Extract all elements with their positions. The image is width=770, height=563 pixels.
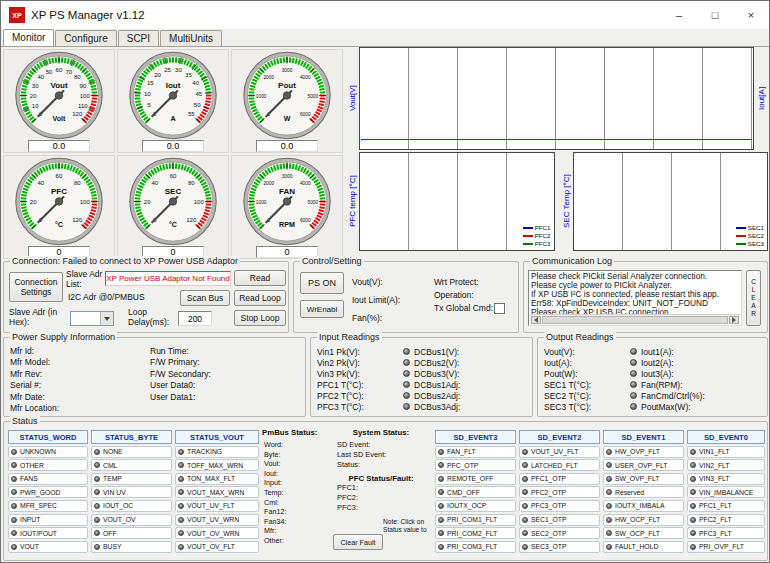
clear-fault-button[interactable]: Clear Fault [333, 534, 383, 550]
status-led [94, 462, 100, 468]
status-item-sec1-otp[interactable]: SEC1_OTP [519, 514, 600, 526]
status-item-pfc3-otp[interactable]: PFC3_OTP [519, 500, 600, 512]
status-item-vin-uv[interactable]: VIN UV [91, 486, 172, 498]
status-led [11, 517, 17, 523]
status-item-fan-flt[interactable]: FAN_FLT [435, 446, 516, 458]
status-item-input[interactable]: INPUT [8, 514, 88, 526]
status-item-vin2-flt[interactable]: VIN2_FLT [687, 459, 765, 471]
status-item-iout-oc[interactable]: IOUT_OC [91, 500, 172, 512]
status-item-off[interactable]: OFF [91, 527, 172, 539]
status-item-hw-ovp-flt[interactable]: HW_OVP_FLT [603, 446, 684, 458]
status-item-vout-ov-wrn[interactable]: VOUT_OV_WRN [175, 527, 259, 539]
svg-text:25: 25 [164, 67, 171, 73]
scroll-thumb[interactable] [542, 316, 728, 324]
status-item-user-ovp-flt[interactable]: USER_OVP_FLT [603, 459, 684, 471]
status-item-remote-off[interactable]: REMOTE_OFF [435, 473, 516, 485]
gauge-display-iout: 0.0 [142, 140, 204, 152]
stop-loop-button[interactable]: Stop Loop [234, 310, 286, 326]
status-item-vin3-flt[interactable]: VIN3_FLT [687, 473, 765, 485]
status-item-pfc-otp[interactable]: PFC_OTP [435, 459, 516, 471]
status-item-vout-ov[interactable]: VOUT_OV [91, 514, 172, 526]
close-button[interactable]: × [733, 1, 769, 29]
status-item-ioutx-ocp[interactable]: IOUTX_OCP [435, 500, 516, 512]
status-item-pri-com2-flt[interactable]: PRI_COM2_FLT [435, 527, 516, 539]
status-item-ioutx-imbala[interactable]: IOUTX_IMBALA [603, 500, 684, 512]
read-loop-button[interactable]: Read Loop [234, 290, 286, 306]
svg-text:100: 100 [80, 199, 91, 205]
status-item-hw-ocp-flt[interactable]: HW_OCP_FLT [603, 514, 684, 526]
status-header-status-byte[interactable]: STATUS_BYTE [91, 430, 172, 444]
tab-scpi[interactable]: SCPI [118, 30, 159, 46]
status-item-sec3-otp[interactable]: SEC3_OTP [519, 541, 600, 553]
status-item-pfc1-flt[interactable]: PFC1_FLT [687, 500, 765, 512]
status-item-ton-max-flt[interactable]: TON_MAX_FLT [175, 473, 259, 485]
status-header-sd-event0[interactable]: SD_EVENT0 [687, 430, 765, 444]
status-item-pri-ovp-flt[interactable]: PRI_OVP_FLT [687, 541, 765, 553]
psu-field-label: F/W Secondary: [150, 369, 211, 380]
read-button[interactable]: Read [234, 270, 286, 286]
status-item-fans[interactable]: FANS [8, 473, 88, 485]
svg-text:10: 10 [32, 103, 39, 109]
log-scrollbar[interactable] [530, 314, 740, 324]
status-item-pfc2-flt[interactable]: PFC2_FLT [687, 514, 765, 526]
status-header-status-vout[interactable]: STATUS_VOUT [175, 430, 259, 444]
status-item-temp[interactable]: TEMP [91, 473, 172, 485]
status-header-sd-event3[interactable]: SD_EVENT3 [435, 430, 516, 444]
status-item-unknown[interactable]: UNKNOWN [8, 446, 88, 458]
status-item-none[interactable]: NONE [91, 446, 172, 458]
status-item-sw-ocp-flt[interactable]: SW_OCP_FLT [603, 527, 684, 539]
status-item-pfc1-otp[interactable]: PFC1_OTP [519, 473, 600, 485]
minimize-button[interactable]: – [661, 1, 697, 29]
maximize-button[interactable]: □ [697, 1, 733, 29]
scan-bus-button[interactable]: Scan Bus [180, 290, 230, 306]
status-item-label: USER_OVP_FLT [615, 462, 667, 469]
reading-row: Vin3 Pk(V):DCBus3(V): [313, 368, 530, 379]
status-item-vout-uv-flt[interactable]: VOUT_UV_FLT [519, 446, 600, 458]
slave-adr-select[interactable] [70, 311, 114, 326]
status-item-vout-max-wrn[interactable]: VOUT_MAX_WRN [175, 486, 259, 498]
connection-settings-button[interactable]: Connection Settings [9, 272, 63, 302]
reading-label: Vin2 Pk(V): [317, 358, 403, 368]
communication-log[interactable]: Please check PICkit Serial Analyzer conn… [528, 270, 742, 326]
status-item-cml[interactable]: CML [91, 459, 172, 471]
loop-delay-input[interactable]: 200 [178, 311, 212, 326]
ps-on-button[interactable]: PS ON [300, 272, 344, 294]
status-header-sd-event1[interactable]: SD_EVENT1 [603, 430, 684, 444]
tab-configure[interactable]: Configure [55, 30, 116, 46]
status-item-tracking[interactable]: TRACKING [175, 446, 259, 458]
status-item-vout[interactable]: VOUT [8, 541, 88, 553]
status-item-toff-max-wrn[interactable]: TOFF_MAX_WRN [175, 459, 259, 471]
status-item-pri-com1-flt[interactable]: PRI_COM1_FLT [435, 514, 516, 526]
status-item-pwr-good[interactable]: PWR_GOOD [8, 486, 88, 498]
sd-event1-column: SD_EVENT1HW_OVP_FLTUSER_OVP_FLTSW_OVP_FL… [603, 430, 684, 553]
tab-multiunits[interactable]: MultiUnits [160, 30, 222, 46]
status-item-sec2-otp[interactable]: SEC2_OTP [519, 527, 600, 539]
status-item-busy[interactable]: BUSY [91, 541, 172, 553]
scroll-left-icon[interactable] [531, 316, 541, 324]
write-enable-button[interactable]: WrEnabl [300, 300, 344, 318]
status-item-vout-ov-flt[interactable]: VOUT_OV_FLT [175, 541, 259, 553]
status-item-pfc2-otp[interactable]: PFC2_OTP [519, 486, 600, 498]
status-item-vin-imbalance[interactable]: VIN_IMBALANCE [687, 486, 765, 498]
status-item-fault-hold[interactable]: FAULT_HOLD [603, 541, 684, 553]
status-item-vout-uv-flt[interactable]: VOUT_UV_FLT [175, 500, 259, 512]
status-item-iout-pout[interactable]: IOUT/POUT [8, 527, 88, 539]
tx-global-checkbox[interactable] [494, 303, 505, 314]
status-item-vin1-flt[interactable]: VIN1_FLT [687, 446, 765, 458]
scroll-right-icon[interactable] [729, 316, 739, 324]
status-item-vout-uv-wrn[interactable]: VOUT_UV_WRN [175, 514, 259, 526]
status-item-other[interactable]: OTHER [8, 459, 88, 471]
status-item-label: SW_OVP_FLT [615, 475, 659, 482]
status-item-cmd-off[interactable]: CMD_OFF [435, 486, 516, 498]
status-item-latched-flt[interactable]: LATCHED_FLT [519, 459, 600, 471]
status-item-sw-ovp-flt[interactable]: SW_OVP_FLT [603, 473, 684, 485]
status-header-status-word[interactable]: STATUS_WORD [8, 430, 88, 444]
status-item-reserved[interactable]: Reserved [603, 486, 684, 498]
status-item-mfr-spec[interactable]: MFR_SPEC [8, 500, 88, 512]
status-item-pfc3-flt[interactable]: PFC3_FLT [687, 527, 765, 539]
status-item-pri-com3-flt[interactable]: PRI_COM3_FLT [435, 541, 516, 553]
tab-monitor[interactable]: Monitor [3, 29, 54, 46]
status-header-sd-event2[interactable]: SD_EVENT2 [519, 430, 600, 444]
reading-label: SEC2 T(°C): [544, 391, 630, 401]
clear-log-button[interactable]: CLEAR [746, 270, 761, 326]
